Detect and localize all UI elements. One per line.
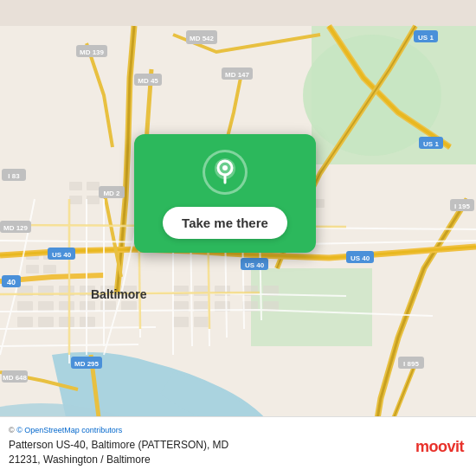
svg-rect-38 (87, 182, 100, 190)
osm-credit: © © OpenStreetMap contributors (9, 426, 405, 434)
svg-text:I 195: I 195 (454, 203, 470, 210)
svg-text:US 1: US 1 (423, 140, 439, 148)
svg-text:US 40: US 40 (52, 251, 72, 259)
location-icon-wrapper (203, 150, 248, 195)
svg-text:US 40: US 40 (351, 254, 370, 262)
baltimore-label: Baltimore (91, 287, 147, 301)
svg-text:US 40: US 40 (245, 261, 265, 269)
svg-rect-26 (194, 286, 209, 296)
svg-text:MD 129: MD 129 (3, 224, 29, 232)
svg-text:I 83: I 83 (8, 172, 20, 180)
svg-text:MD 139: MD 139 (80, 48, 105, 56)
svg-point-88 (222, 165, 228, 170)
svg-rect-10 (59, 301, 74, 312)
svg-text:40: 40 (7, 278, 16, 286)
svg-rect-23 (26, 265, 39, 273)
osm-link[interactable]: © OpenStreetMap contributors (16, 426, 122, 434)
svg-rect-39 (69, 196, 82, 204)
svg-text:MD 648: MD 648 (3, 374, 28, 382)
svg-rect-12 (17, 317, 33, 327)
svg-rect-40 (87, 196, 100, 204)
address-line1: Patterson US-40, Baltimore (PATTERSON), … (9, 439, 228, 451)
map-container: MD 542 US 1 MD 139 I 83 MD 147 MD 45 MD … (0, 0, 476, 476)
svg-rect-25 (173, 286, 189, 296)
osm-icon: © (9, 426, 16, 434)
svg-text:US 1: US 1 (418, 34, 434, 42)
svg-rect-14 (59, 317, 74, 327)
svg-rect-13 (38, 317, 54, 327)
svg-text:MD 2: MD 2 (103, 190, 120, 197)
bottom-bar: © © OpenStreetMap contributors Patterson… (0, 416, 476, 476)
svg-rect-37 (69, 182, 82, 190)
svg-rect-31 (173, 317, 189, 327)
take-me-there-button[interactable]: Take me there (163, 207, 287, 239)
svg-text:MD 45: MD 45 (138, 77, 158, 85)
popup-card: Take me there (134, 134, 316, 253)
svg-rect-32 (194, 317, 209, 327)
address-block: © © OpenStreetMap contributors Patterson… (9, 426, 405, 467)
address-line2: 21231, Washington / Baltimore (9, 453, 151, 466)
svg-text:MD 542: MD 542 (190, 35, 215, 42)
svg-text:MD 295: MD 295 (74, 360, 100, 368)
moovit-logo: moovit (415, 438, 464, 456)
address-text: Patterson US-40, Baltimore (PATTERSON), … (9, 438, 405, 467)
svg-rect-9 (38, 301, 54, 312)
moovit-brand-text: moovit (415, 438, 464, 456)
svg-text:I 895: I 895 (403, 360, 419, 368)
location-pin-icon (212, 157, 238, 188)
svg-rect-8 (17, 301, 33, 312)
svg-text:MD 147: MD 147 (225, 71, 250, 79)
svg-rect-24 (43, 265, 56, 273)
